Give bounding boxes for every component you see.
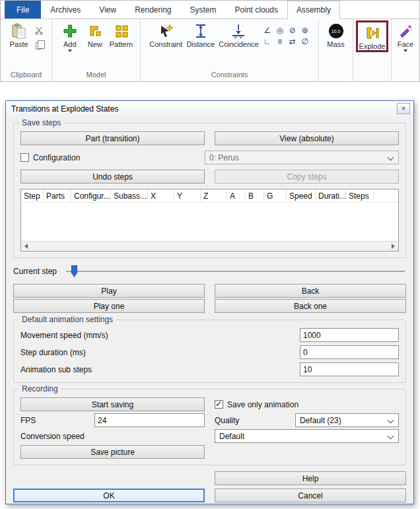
quality-label: Quality bbox=[215, 416, 295, 425]
tab-view[interactable]: View bbox=[90, 1, 125, 18]
current-step-slider[interactable] bbox=[66, 265, 406, 278]
cancel-button[interactable]: Cancel bbox=[215, 489, 406, 502]
mass-button[interactable]: 10,0 Mass bbox=[324, 20, 348, 48]
tab-system[interactable]: System bbox=[181, 1, 226, 18]
quality-select-value: Default (23) bbox=[300, 416, 341, 425]
ribbon: File Archives View Rendering System Poin… bbox=[0, 0, 420, 82]
save-only-animation-checkbox[interactable] bbox=[215, 400, 223, 409]
fps-input[interactable] bbox=[94, 413, 205, 427]
save-picture-button[interactable]: Save picture bbox=[20, 445, 205, 459]
configuration-select[interactable]: 0: Perus bbox=[205, 151, 399, 164]
configuration-select-value: 0: Perus bbox=[209, 153, 239, 162]
coincidence-button[interactable]: Coincidence bbox=[217, 20, 260, 48]
col-z[interactable]: Z bbox=[201, 189, 227, 202]
tab-file[interactable]: File bbox=[5, 1, 41, 18]
coincidence-button-label: Coincidence bbox=[219, 40, 259, 48]
add-button[interactable]: Add bbox=[58, 20, 82, 52]
help-button[interactable]: Help bbox=[215, 471, 406, 485]
tab-point-clouds[interactable]: Point clouds bbox=[226, 1, 287, 18]
close-icon: × bbox=[402, 105, 405, 112]
concentric-constraint-icon[interactable]: ◎ bbox=[274, 25, 286, 35]
parallel-constraint-icon[interactable]: ≡ bbox=[274, 36, 286, 46]
group-caption-explode-empty bbox=[353, 69, 391, 81]
part-transition-button[interactable]: Part (transition) bbox=[20, 131, 205, 145]
copy-button[interactable] bbox=[32, 40, 46, 51]
constraint-button[interactable]: Constraint bbox=[148, 20, 184, 48]
fix-constraint-icon[interactable]: ∅ bbox=[299, 36, 311, 46]
dialog-titlebar[interactable]: Transitions at Exploded States × bbox=[6, 101, 413, 116]
col-x[interactable]: X bbox=[148, 189, 174, 202]
ok-button[interactable]: OK bbox=[13, 489, 205, 502]
back-button[interactable]: Back bbox=[215, 284, 406, 298]
movement-speed-input[interactable] bbox=[300, 328, 399, 342]
step-duration-input[interactable] bbox=[300, 345, 399, 359]
horizontal-scrollbar[interactable] bbox=[21, 241, 398, 251]
explode-highlight-box: Explode bbox=[356, 20, 389, 52]
col-duration[interactable]: Durati... bbox=[316, 189, 346, 202]
symmetry-constraint-icon[interactable]: ⊛ bbox=[299, 25, 311, 35]
slider-thumb[interactable] bbox=[71, 265, 77, 277]
playback-buttons: Play Back Play one Back one bbox=[13, 284, 406, 313]
quality-row: Quality Default (23) bbox=[215, 413, 399, 427]
paste-button-label: Paste bbox=[9, 40, 28, 48]
conversion-speed-select[interactable]: Default bbox=[215, 429, 399, 443]
quality-select[interactable]: Default (23) bbox=[295, 413, 399, 427]
recording-group: Recording Start saving Save only animati… bbox=[13, 389, 406, 465]
tangent-constraint-icon[interactable]: ⊘ bbox=[287, 25, 298, 35]
col-b[interactable]: B bbox=[246, 189, 264, 202]
perpendicular-constraint-icon[interactable]: ∟ bbox=[262, 36, 273, 46]
col-configuration[interactable]: Configur... bbox=[71, 189, 111, 202]
scrollbar-track[interactable] bbox=[31, 242, 388, 252]
configuration-checkbox[interactable] bbox=[20, 153, 29, 162]
play-one-button[interactable]: Play one bbox=[13, 299, 205, 313]
animation-settings-legend: Default animation settings bbox=[19, 315, 116, 324]
group-caption-face-empty bbox=[392, 69, 419, 81]
col-y[interactable]: Y bbox=[174, 189, 201, 202]
steps-table-body[interactable] bbox=[21, 203, 398, 241]
distance-button-label: Distance bbox=[186, 40, 215, 48]
col-parts[interactable]: Parts bbox=[44, 189, 71, 202]
equal-constraint-icon[interactable]: ⇄ bbox=[287, 36, 298, 46]
face-button[interactable]: Face bbox=[394, 20, 417, 52]
cut-button[interactable] bbox=[32, 25, 46, 37]
paste-button[interactable]: Paste bbox=[7, 20, 31, 48]
save-steps-legend: Save steps bbox=[19, 118, 63, 127]
current-step-label: Current step bbox=[13, 267, 66, 276]
scroll-right-button[interactable] bbox=[388, 242, 398, 252]
start-saving-button[interactable]: Start saving bbox=[20, 397, 205, 411]
col-a[interactable]: A bbox=[227, 189, 246, 202]
animation-sub-steps-input[interactable] bbox=[300, 362, 399, 376]
recording-legend: Recording bbox=[19, 384, 61, 393]
col-step[interactable]: Step bbox=[21, 189, 44, 202]
close-button[interactable]: × bbox=[397, 103, 410, 114]
tab-archives[interactable]: Archives bbox=[41, 1, 90, 18]
explode-button[interactable]: Explode bbox=[358, 22, 387, 50]
pattern-button[interactable]: Pattern bbox=[108, 20, 134, 48]
configuration-row: Configuration bbox=[20, 151, 195, 164]
ribbon-group-explode: Explode bbox=[353, 19, 392, 81]
distance-button[interactable]: Distance bbox=[185, 20, 216, 48]
col-speed[interactable]: Speed bbox=[287, 189, 316, 202]
view-absolute-button[interactable]: View (absolute) bbox=[215, 131, 399, 145]
col-steps[interactable]: Steps bbox=[346, 189, 374, 202]
explode-icon bbox=[363, 24, 380, 42]
col-subassembly[interactable]: Subass... bbox=[111, 189, 148, 202]
mini-constraint-grid: ∠ ◎ ⊘ ⊛ ∟ ≡ ⇄ ∅ bbox=[262, 20, 311, 46]
fps-row: FPS bbox=[20, 413, 205, 427]
tab-assembly[interactable]: Assembly bbox=[287, 1, 340, 19]
angle-constraint-icon[interactable]: ∠ bbox=[262, 25, 273, 35]
steps-table-header: Step Parts Configur... Subass... X Y Z A… bbox=[21, 189, 398, 203]
scroll-left-button[interactable] bbox=[21, 242, 31, 252]
new-component-icon bbox=[87, 22, 104, 40]
chevron-down-icon bbox=[388, 417, 394, 424]
col-g[interactable]: G bbox=[264, 189, 287, 202]
movement-speed-label: Movement speed (mm/s) bbox=[20, 331, 300, 340]
undo-steps-button[interactable]: Undo steps bbox=[20, 170, 205, 184]
add-plus-icon bbox=[61, 22, 79, 40]
current-step-row: Current step bbox=[13, 264, 406, 279]
tab-rendering[interactable]: Rendering bbox=[125, 1, 180, 18]
new-button[interactable]: New bbox=[83, 20, 107, 48]
play-button[interactable]: Play bbox=[13, 284, 205, 298]
back-one-button[interactable]: Back one bbox=[215, 299, 406, 313]
copy-steps-button: Copy steps bbox=[215, 170, 399, 184]
